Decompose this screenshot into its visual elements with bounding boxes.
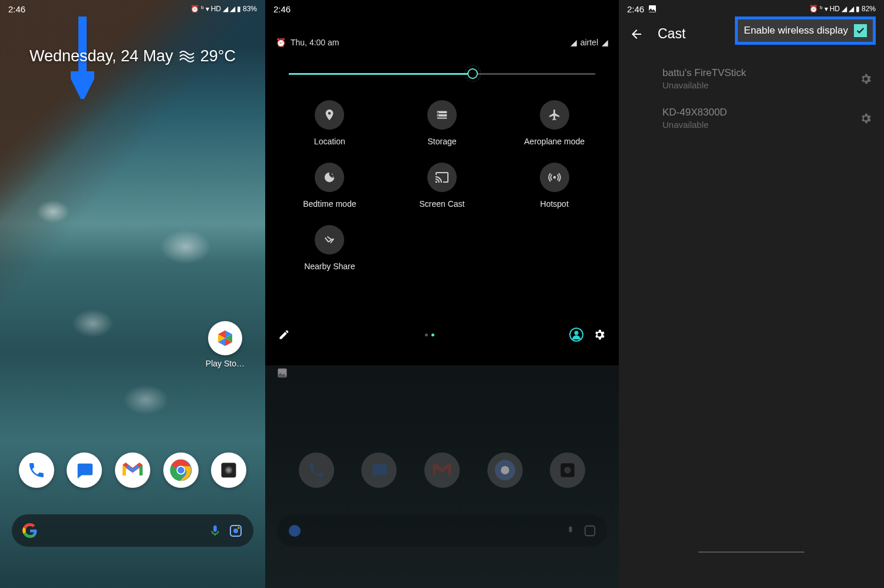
cast-title: Cast: [658, 26, 685, 42]
device-name: KD-49X8300D: [662, 107, 859, 118]
media-thumbnail[interactable]: [273, 364, 291, 382]
qs-footer: [265, 328, 619, 342]
qs-label: Screen Cast: [419, 199, 464, 209]
status-icons: ⏰ ᵇ ▾ HD ◢ ◢ ▮ 82%: [809, 5, 876, 13]
device-name: battu's FireTVStick: [662, 67, 859, 79]
device-status: Unavailable: [662, 80, 859, 90]
back-button[interactable]: [629, 27, 644, 41]
panel-home-screen: 2:46 ⏰ ᵇ ▾ HD ◢ ◢ ▮ 83% Wednesday, 24 Ma…: [0, 0, 265, 588]
enable-checkbox[interactable]: [854, 24, 867, 37]
battery-percent: 82%: [862, 5, 876, 13]
google-search-bar[interactable]: [12, 514, 253, 547]
svg-point-13: [575, 331, 579, 335]
app-phone-dim: [299, 452, 334, 488]
user-button[interactable]: [569, 328, 583, 342]
qs-tile-hotspot[interactable]: Hotspot: [498, 163, 611, 209]
alarm-icon: ⏰: [276, 38, 286, 47]
cast-icon: [427, 163, 457, 192]
panel-cast-screen: 2:46 ⏰ ᵇ ▾ HD ◢ ◢ ▮ 82% Cast Enable wire…: [619, 0, 884, 588]
app-camera-dim: [550, 452, 585, 488]
cast-device-list: battu's FireTVStick Unavailable KD-49X83…: [619, 59, 884, 138]
qs-tile-location[interactable]: Location: [273, 100, 386, 146]
qs-tile-bedtime[interactable]: Bedtime mode: [273, 163, 386, 209]
battery-icon: ▮: [856, 5, 860, 13]
battery-percent: 83%: [243, 5, 257, 13]
signal-icon: ◢: [223, 5, 228, 13]
app-play-store[interactable]: Play Sto…: [206, 321, 245, 368]
aeroplane-icon: [540, 100, 569, 130]
panel-quick-settings: 2:46 ⏰ Thu, 4:00 am ◢ airtel ◢ Location …: [265, 0, 619, 588]
mic-icon: [565, 525, 576, 537]
device-settings-button[interactable]: [859, 112, 872, 125]
hotspot-icon: [540, 163, 569, 192]
edit-button[interactable]: [278, 329, 290, 341]
svg-point-5: [227, 468, 230, 472]
status-bar: 2:46: [265, 0, 619, 18]
app-phone[interactable]: [19, 452, 54, 488]
mic-icon[interactable]: [209, 524, 222, 537]
hd-icon: HD: [211, 5, 221, 13]
device-status: Unavailable: [662, 120, 859, 130]
device-settings-button[interactable]: [859, 72, 872, 85]
temperature-text: 29°C: [200, 47, 236, 65]
svg-point-9: [332, 174, 333, 175]
qs-carrier: airtel: [580, 38, 598, 47]
qs-header: ⏰ Thu, 4:00 am ◢ airtel ◢: [265, 38, 619, 47]
bluetooth-icon: ᵇ: [820, 5, 823, 13]
signal-icon: ◢: [570, 38, 577, 47]
svg-point-11: [553, 176, 556, 179]
weather-icon: [179, 50, 194, 63]
app-chrome[interactable]: [163, 452, 199, 488]
cast-device-item[interactable]: battu's FireTVStick Unavailable: [619, 59, 884, 98]
qs-label: Hotspot: [540, 199, 569, 209]
google-g-icon: [288, 524, 302, 538]
app-camera[interactable]: [211, 452, 246, 488]
bluetooth-icon: ᵇ: [201, 5, 204, 13]
svg-point-16: [501, 466, 509, 474]
play-store-icon: [208, 321, 242, 355]
settings-button[interactable]: [593, 328, 606, 341]
signal2-icon: ◢: [230, 5, 235, 13]
location-icon: [315, 100, 344, 130]
qs-grid: Location Storage Aeroplane mode Bedtime …: [265, 94, 619, 277]
app-messages-dim: [361, 452, 397, 488]
svg-point-2: [177, 467, 184, 474]
gesture-handle: [698, 551, 804, 553]
svg-point-19: [289, 525, 301, 537]
app-gmail-dim: [424, 452, 460, 488]
qs-date: Thu, 4:00 am: [291, 38, 339, 47]
date-weather-widget[interactable]: Wednesday, 24 May 29°C: [0, 47, 265, 65]
svg-point-8: [238, 527, 239, 528]
status-bar: 2:46 ⏰ ᵇ ▾ HD ◢ ◢ ▮ 83%: [0, 0, 265, 18]
qs-tile-aeroplane[interactable]: Aeroplane mode: [498, 100, 611, 146]
qs-label: Storage: [427, 137, 456, 146]
brightness-slider[interactable]: [289, 65, 595, 82]
enable-label: Enable wireless display: [744, 25, 848, 37]
app-chrome-dim: [487, 452, 523, 488]
status-bar: 2:46 ⏰ ᵇ ▾ HD ◢ ◢ ▮ 82%: [619, 0, 884, 18]
cast-device-item[interactable]: KD-49X8300D Unavailable: [619, 98, 884, 138]
app-gmail[interactable]: [115, 452, 150, 488]
google-g-icon: [22, 523, 38, 539]
qs-tile-screencast[interactable]: Screen Cast: [386, 163, 499, 209]
brightness-thumb[interactable]: [467, 68, 478, 79]
battery-icon: ▮: [237, 5, 241, 13]
lens-icon: [583, 524, 596, 537]
signal-icon: ◢: [842, 5, 847, 13]
qs-tile-nearbyshare[interactable]: Nearby Share: [273, 225, 386, 271]
hd-icon: HD: [830, 5, 840, 13]
alarm-icon: ⏰: [809, 5, 818, 13]
dock-dimmed: [265, 452, 619, 488]
qs-label: Bedtime mode: [303, 199, 356, 209]
app-messages[interactable]: [67, 452, 102, 488]
svg-rect-20: [569, 526, 572, 532]
svg-point-10: [333, 176, 334, 176]
qs-tile-storage[interactable]: Storage: [386, 100, 499, 146]
lens-icon[interactable]: [229, 524, 243, 538]
status-icons: ⏰ ᵇ ▾ HD ◢ ◢ ▮ 83%: [190, 5, 257, 13]
wifi-icon: ▾: [206, 5, 209, 13]
qs-label: Nearby Share: [304, 262, 355, 271]
status-time: 2:46: [627, 4, 644, 14]
enable-wireless-display-box[interactable]: Enable wireless display: [735, 16, 876, 45]
dock: [0, 452, 265, 488]
